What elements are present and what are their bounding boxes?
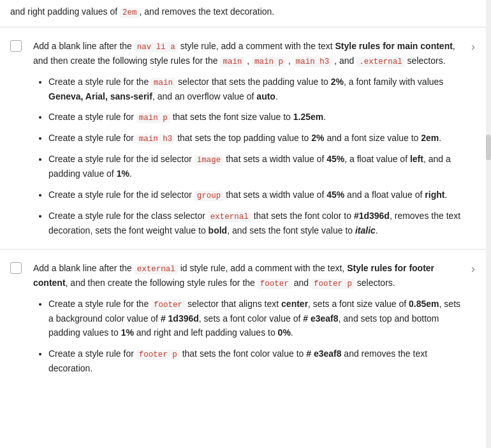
bullet-main-p-code: main p	[136, 113, 170, 123]
top-bar-highlight: 2em	[122, 8, 137, 17]
nav-li-a-code: nav li a	[135, 42, 178, 52]
top-bar: and right padding values of 2em, and rem…	[0, 0, 491, 27]
bullet-main-padding-val: 2%	[331, 77, 344, 87]
section-2-bullets: Create a style rule for the footer selec…	[33, 297, 465, 375]
bullet-main-overflow: auto	[256, 91, 275, 101]
bullet-external-color: #1d396d	[354, 211, 390, 221]
external-code: .external	[356, 57, 405, 67]
bullet-main-h3-size: 2em	[421, 133, 439, 143]
bullet-footer-p-code: footer p	[136, 350, 180, 360]
bullet-footer-p-color: # e3eaf8	[306, 348, 341, 359]
main-p-code: main p	[252, 57, 286, 67]
bullet-footer: Create a style rule for the footer selec…	[48, 297, 465, 340]
footer-p-code: footer p	[311, 279, 355, 289]
bullet-image-code: image	[194, 155, 224, 165]
bullet-group-code: group	[194, 191, 224, 201]
bullet-image-padding: 1%	[117, 168, 129, 179]
bullet-main-font: Geneva, Arial, sans-serif	[48, 91, 152, 101]
bullet-image-float: left	[410, 154, 423, 164]
bullet-group-width: 45%	[326, 190, 344, 200]
bullet-external-code: external	[208, 212, 251, 222]
top-bar-code: 2em	[120, 8, 140, 18]
bullet-main-p: Create a style rule for main p that sets…	[48, 110, 465, 124]
external-id-code: external	[135, 264, 178, 274]
section-1-intro: Add a blank line after the nav li a styl…	[33, 39, 465, 68]
bullet-footer-size: 0.85em	[409, 299, 439, 309]
main-code: main	[220, 57, 244, 67]
section-1: Add a blank line after the nav li a styl…	[0, 27, 491, 250]
bullet-footer-padding-tb: 1%	[121, 327, 134, 338]
section-2-content: Add a blank line after the external id s…	[33, 261, 465, 375]
bullet-main-h3-padding: 2%	[311, 133, 324, 143]
section-2-bold-title: Style rules for footer content	[33, 263, 434, 288]
scrollbar[interactable]	[486, 0, 491, 388]
bullet-footer-padding-rl: 0%	[278, 327, 291, 338]
section-1-chevron[interactable]: ›	[465, 39, 481, 54]
scrollbar-thumb[interactable]	[486, 135, 491, 160]
bullet-footer-code: footer	[151, 300, 185, 310]
section-1-checkbox-area	[10, 39, 33, 54]
section-2-checkbox-area	[10, 261, 33, 276]
bullet-main-h3-code: main h3	[136, 134, 175, 144]
bullet-footer-bg: # 1d396d	[161, 313, 199, 324]
bullet-image: Create a style rule for the id selector …	[48, 152, 465, 181]
bullet-external-weight: bold	[209, 225, 228, 235]
bullet-external-style: italic	[355, 225, 376, 235]
section-1-content: Add a blank line after the nav li a styl…	[33, 39, 465, 237]
section-2: Add a blank line after the external id s…	[0, 250, 491, 388]
bullet-footer-align: center	[281, 299, 308, 309]
bullet-main-padding: Create a style rule for the main selecto…	[48, 75, 465, 103]
bullet-group-float: right	[425, 190, 444, 200]
section-2-intro: Add a blank line after the external id s…	[33, 261, 465, 290]
bullet-external: Create a style rule for the class select…	[48, 209, 465, 237]
footer-code: footer	[258, 279, 291, 289]
bullet-main-code: main	[151, 78, 175, 88]
bullet-main-h3: Create a style rule for main h3 that set…	[48, 131, 465, 146]
section-1-checkbox[interactable]	[10, 40, 22, 52]
section-1-bullets: Create a style rule for the main selecto…	[33, 75, 465, 237]
bullet-group: Create a style rule for the id selector …	[48, 188, 465, 202]
section-1-bold-title: Style rules for main content	[335, 41, 452, 51]
bullet-main-p-size: 1.25em	[293, 112, 323, 122]
main-h3-code: main h3	[293, 57, 332, 67]
section-2-chevron[interactable]: ›	[465, 261, 481, 276]
section-2-checkbox[interactable]	[10, 262, 22, 274]
bullet-footer-color: # e3eaf8	[303, 313, 338, 324]
bullet-footer-p: Create a style rule for footer p that se…	[48, 347, 465, 375]
bullet-image-width: 45%	[326, 154, 344, 164]
